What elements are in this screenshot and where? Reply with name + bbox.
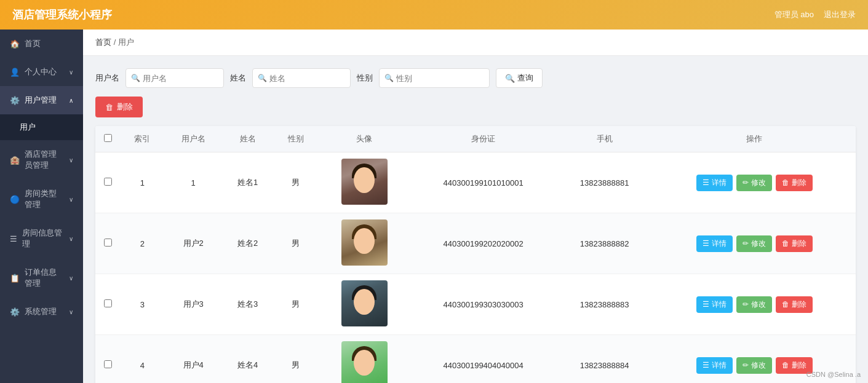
avatar bbox=[341, 341, 388, 383]
edit-button[interactable]: ✏ 修改 bbox=[736, 175, 772, 191]
gender-label: 性别 bbox=[357, 73, 373, 84]
hotel-icon: 🏨 bbox=[10, 156, 20, 165]
detail-button[interactable]: ☰ 详情 bbox=[696, 235, 733, 252]
row-idcard: 440300199101010001 bbox=[410, 152, 556, 213]
delete-row-label: 删除 bbox=[792, 178, 806, 188]
delete-row-button[interactable]: 🗑 删除 bbox=[776, 175, 813, 191]
sidebar-item-room-type[interactable]: 🔵 房间类型管理 ∨ bbox=[0, 180, 83, 219]
row-fullname: 姓名3 bbox=[222, 274, 274, 335]
edit-button[interactable]: ✏ 修改 bbox=[736, 235, 772, 252]
avatar-face bbox=[354, 350, 375, 376]
query-button[interactable]: 🔍 查询 bbox=[496, 68, 543, 88]
lastname-input-wrap: 🔍 bbox=[252, 68, 351, 88]
user-table: 索引 用户名 姓名 性别 头像 身份证 手机 操作 1 1 bbox=[95, 126, 856, 383]
detail-label: 详情 bbox=[712, 178, 727, 188]
edit-button[interactable]: ✏ 修改 bbox=[736, 357, 772, 374]
col-index: 索引 bbox=[120, 126, 165, 152]
row-phone: 13823888884 bbox=[556, 335, 653, 384]
table-row: 4 用户4 姓名4 男 440300199404040004 138238888… bbox=[95, 335, 856, 384]
sidebar-item-user-mgmt[interactable]: ⚙️ 用户管理 ∧ bbox=[0, 86, 83, 114]
sidebar: 🏠 首页 👤 个人中心 ∨ ⚙️ 用户管理 ∧ 用户 🏨 酒店管理员管理 ∨ 🔵… bbox=[0, 30, 83, 383]
delete-btn-label: 删除 bbox=[117, 101, 133, 113]
sidebar-label-room-type: 房间类型管理 bbox=[25, 188, 64, 210]
sidebar-item-hotel-mgmt[interactable]: 🏨 酒店管理员管理 ∨ bbox=[0, 140, 83, 180]
delete-row-button[interactable]: 🗑 删除 bbox=[776, 296, 813, 313]
header: 酒店管理系统小程序 管理员 abo 退出登录 bbox=[0, 0, 868, 30]
row-username: 用户3 bbox=[165, 274, 222, 335]
row-avatar-cell bbox=[318, 274, 410, 335]
sidebar-item-order-mgmt[interactable]: 📋 订单信息管理 ∨ bbox=[0, 258, 83, 298]
col-fullname: 姓名 bbox=[222, 126, 274, 152]
edit-icon: ✏ bbox=[743, 239, 749, 248]
query-label: 查询 bbox=[517, 73, 533, 84]
row-avatar-cell bbox=[318, 335, 410, 384]
table-header-checkbox bbox=[95, 126, 120, 152]
row-gender: 男 bbox=[274, 152, 319, 213]
chevron-down-icon5: ∨ bbox=[69, 275, 73, 282]
breadcrumb-home[interactable]: 首页 bbox=[95, 38, 111, 47]
row-idcard: 440300199202020002 bbox=[410, 213, 556, 274]
row-index: 3 bbox=[120, 274, 165, 335]
row-checkbox-cell bbox=[95, 335, 120, 384]
profile-icon: 👤 bbox=[10, 68, 20, 77]
sidebar-label-sys-mgmt: 系统管理 bbox=[25, 306, 57, 317]
row-checkbox-cell bbox=[95, 274, 120, 335]
batch-delete-button[interactable]: 🗑 删除 bbox=[95, 97, 143, 117]
col-gender: 性别 bbox=[274, 126, 319, 152]
delete-row-label: 删除 bbox=[792, 299, 806, 310]
row-phone: 13823888882 bbox=[556, 213, 653, 274]
detail-button[interactable]: ☰ 详情 bbox=[696, 357, 733, 374]
row-idcard: 440300199404040004 bbox=[410, 335, 556, 384]
row-avatar-cell bbox=[318, 152, 410, 213]
gender-input-wrap: 🔍 bbox=[379, 68, 490, 88]
row-delete-icon: 🗑 bbox=[782, 239, 789, 248]
row-checkbox[interactable] bbox=[104, 178, 112, 186]
sidebar-label-home: 首页 bbox=[25, 38, 41, 49]
sidebar-item-user[interactable]: 用户 bbox=[0, 114, 83, 140]
col-phone: 手机 bbox=[556, 126, 653, 152]
row-checkbox[interactable] bbox=[104, 360, 112, 368]
row-gender: 男 bbox=[274, 213, 319, 274]
detail-icon: ☰ bbox=[703, 239, 709, 248]
select-all-checkbox[interactable] bbox=[104, 134, 112, 142]
col-avatar: 头像 bbox=[318, 126, 410, 152]
sidebar-label-user: 用户 bbox=[20, 122, 36, 133]
avatar-face bbox=[354, 228, 375, 254]
delete-row-button[interactable]: 🗑 删除 bbox=[776, 235, 813, 252]
logout-button[interactable]: 退出登录 bbox=[824, 9, 856, 20]
detail-label: 详情 bbox=[712, 299, 727, 310]
action-buttons: ☰ 详情 ✏ 修改 🗑 删除 bbox=[659, 235, 850, 252]
sidebar-item-profile[interactable]: 👤 个人中心 ∨ bbox=[0, 58, 83, 86]
room-info-icon: ☰ bbox=[10, 234, 17, 243]
edit-icon: ✏ bbox=[743, 300, 749, 309]
row-actions: ☰ 详情 ✏ 修改 🗑 删除 bbox=[653, 213, 856, 274]
row-phone: 13823888881 bbox=[556, 152, 653, 213]
username-input-wrap: 🔍 bbox=[125, 68, 224, 88]
sidebar-item-room-info[interactable]: ☰ 房间信息管理 ∨ bbox=[0, 219, 83, 258]
sidebar-item-home[interactable]: 🏠 首页 bbox=[0, 30, 83, 58]
sidebar-label-room-info: 房间信息管理 bbox=[22, 227, 64, 250]
detail-button[interactable]: ☰ 详情 bbox=[696, 175, 733, 191]
row-checkbox[interactable] bbox=[104, 239, 112, 247]
row-index: 4 bbox=[120, 335, 165, 384]
row-delete-icon: 🗑 bbox=[782, 300, 789, 309]
avatar bbox=[341, 219, 388, 266]
username-input[interactable] bbox=[143, 74, 218, 83]
sidebar-item-sys-mgmt[interactable]: ⚙️ 系统管理 ∨ bbox=[0, 298, 83, 326]
edit-label: 修改 bbox=[751, 299, 766, 310]
col-username: 用户名 bbox=[165, 126, 222, 152]
gender-input[interactable] bbox=[396, 74, 484, 83]
row-actions: ☰ 详情 ✏ 修改 🗑 删除 bbox=[653, 152, 856, 213]
row-fullname: 姓名2 bbox=[222, 213, 274, 274]
breadcrumb-current: 用户 bbox=[118, 38, 134, 47]
delete-row-label: 删除 bbox=[792, 239, 806, 249]
lastname-input[interactable] bbox=[269, 74, 345, 83]
breadcrumb-sep: / bbox=[114, 38, 116, 47]
detail-icon: ☰ bbox=[703, 361, 709, 369]
action-buttons: ☰ 详情 ✏ 修改 🗑 删除 bbox=[659, 296, 850, 313]
detail-button[interactable]: ☰ 详情 bbox=[696, 296, 733, 313]
edit-button[interactable]: ✏ 修改 bbox=[736, 296, 772, 313]
row-checkbox[interactable] bbox=[104, 299, 112, 307]
detail-icon: ☰ bbox=[703, 178, 709, 187]
row-username: 用户4 bbox=[165, 335, 222, 384]
